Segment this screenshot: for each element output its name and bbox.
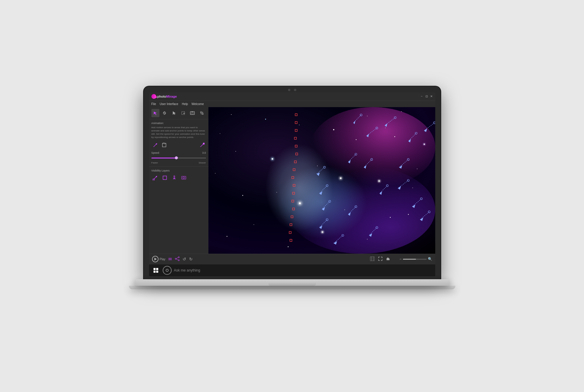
cortana-button[interactable] — [163, 266, 172, 275]
svg-line-117 — [176, 258, 178, 258]
svg-marker-58 — [384, 123, 387, 126]
app-logo: photoMirage — [151, 94, 177, 99]
svg-rect-126 — [389, 258, 390, 260]
speed-value: 3.0 — [202, 151, 206, 154]
toolbar-row — [149, 107, 208, 119]
svg-point-62 — [355, 153, 357, 155]
svg-point-113 — [420, 198, 422, 200]
tool-photo[interactable] — [189, 109, 197, 117]
svg-line-63 — [364, 159, 371, 167]
zoom-plus[interactable]: 🔍 — [428, 257, 432, 261]
svg-line-93 — [420, 212, 429, 219]
svg-line-111 — [412, 199, 421, 206]
minimize-button[interactable]: − — [420, 95, 423, 98]
webcam-dot-2 — [294, 89, 296, 91]
svg-rect-49 — [289, 231, 291, 234]
faster-label: Faster — [151, 161, 158, 164]
tool-select[interactable] — [179, 109, 187, 117]
svg-rect-36 — [295, 129, 297, 131]
zoom-track[interactable] — [403, 259, 427, 260]
speed-labels: Faster Slower — [151, 161, 206, 164]
zoom-controls: − 🔍 — [399, 257, 432, 261]
anim-tool-arrow[interactable] — [151, 141, 159, 149]
svg-point-116 — [175, 258, 176, 259]
menu-file[interactable]: File — [151, 102, 156, 106]
title-bar-controls[interactable]: − ⊡ ✕ — [420, 95, 433, 98]
svg-point-65 — [371, 158, 373, 160]
tool-wand[interactable] — [161, 109, 169, 117]
tool-arrow[interactable] — [151, 109, 159, 117]
undo-icon[interactable]: ↺ — [183, 257, 186, 261]
slider-fill — [151, 158, 176, 158]
svg-rect-47 — [291, 216, 293, 218]
svg-rect-45 — [292, 200, 294, 202]
maximize-button[interactable]: ⊡ — [425, 95, 428, 98]
svg-line-78 — [348, 207, 356, 214]
taskbar: Ask me anything — [149, 264, 435, 276]
menu-user-interface[interactable]: User Interface — [160, 102, 178, 106]
svg-point-68 — [323, 166, 325, 168]
svg-rect-119 — [370, 257, 374, 261]
svg-rect-41 — [293, 169, 295, 171]
menu-help[interactable]: Help — [182, 102, 188, 106]
speed-slider[interactable] — [151, 155, 206, 160]
svg-line-81 — [319, 220, 327, 227]
svg-marker-76 — [408, 139, 411, 142]
svg-marker-4 — [173, 111, 176, 115]
tool-crop[interactable] — [198, 109, 206, 117]
svg-line-108 — [399, 159, 408, 167]
svg-rect-26 — [163, 176, 167, 180]
svg-marker-0 — [154, 112, 157, 115]
close-button[interactable]: ✕ — [430, 95, 433, 98]
vis-tool-box[interactable] — [161, 174, 169, 182]
win-square-4 — [156, 271, 158, 273]
ask-me-text[interactable]: Ask me anything — [174, 268, 200, 272]
windows-start-button[interactable] — [151, 266, 160, 275]
speed-label: Speed: — [151, 151, 160, 154]
svg-rect-48 — [290, 223, 292, 226]
svg-point-27 — [174, 176, 175, 177]
redo-icon[interactable]: ↻ — [189, 257, 193, 261]
hand-icon[interactable] — [386, 256, 390, 262]
svg-rect-35 — [295, 121, 297, 123]
fullscreen-icon[interactable] — [378, 256, 383, 262]
email-icon[interactable]: ✉ — [168, 257, 172, 261]
svg-line-60 — [348, 154, 356, 162]
svg-marker-61 — [348, 160, 351, 163]
svg-marker-82 — [319, 225, 322, 228]
zoom-minus[interactable]: − — [399, 257, 401, 261]
svg-point-33 — [183, 177, 185, 179]
vis-tool-anchor[interactable] — [170, 174, 178, 182]
menu-welcome[interactable]: Welcome — [191, 102, 204, 106]
svg-rect-125 — [388, 258, 389, 260]
canvas-area[interactable] — [208, 107, 435, 254]
app-body: Animation: Add motion arrows to areas th… — [149, 107, 435, 254]
laptop-base — [135, 279, 450, 286]
svg-rect-50 — [290, 239, 292, 241]
vis-tool-photo[interactable] — [180, 174, 188, 182]
visibility-section: Visibility Layers — [149, 166, 208, 184]
zoom-fill — [403, 259, 416, 260]
svg-rect-34 — [295, 114, 297, 116]
svg-point-56 — [376, 127, 378, 129]
play-button[interactable]: Play — [152, 256, 165, 262]
title-bar-left: photoMirage — [151, 94, 177, 99]
svg-line-87 — [424, 123, 434, 130]
play-label: Play — [160, 258, 165, 261]
search-inner — [166, 269, 169, 272]
svg-marker-67 — [316, 172, 320, 176]
animation-label: Animation: — [151, 122, 206, 125]
slider-thumb[interactable] — [175, 156, 178, 159]
slower-label: Slower — [199, 161, 206, 164]
motion-lines — [208, 107, 435, 254]
svg-point-59 — [394, 116, 396, 118]
anim-tool-delete[interactable] — [198, 141, 206, 149]
vis-tool-arrows[interactable] — [151, 174, 159, 182]
win-square-2 — [156, 268, 158, 270]
svg-line-105 — [333, 235, 343, 243]
fit-icon[interactable] — [370, 256, 375, 262]
anim-tool-box[interactable] — [160, 141, 168, 149]
svg-line-118 — [176, 259, 178, 260]
share-icon[interactable] — [175, 256, 180, 262]
tool-cursor[interactable] — [170, 109, 178, 117]
